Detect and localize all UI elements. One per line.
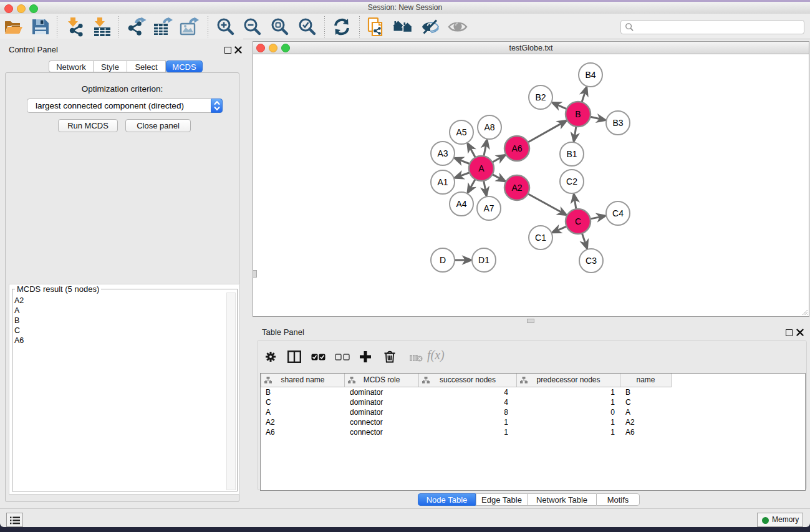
- svg-text:C3: C3: [586, 256, 597, 266]
- svg-text:C4: C4: [612, 208, 624, 218]
- svg-text:A5: A5: [456, 127, 466, 137]
- svg-text:D1: D1: [478, 255, 489, 265]
- svg-text:A4: A4: [456, 199, 466, 209]
- svg-text:A: A: [478, 163, 485, 173]
- svg-text:B: B: [575, 109, 581, 119]
- svg-text:A1: A1: [437, 177, 448, 187]
- svg-text:A2: A2: [511, 183, 522, 193]
- svg-text:D: D: [440, 255, 446, 265]
- svg-text:A8: A8: [484, 122, 494, 132]
- svg-text:A6: A6: [511, 143, 522, 153]
- svg-text:B3: B3: [612, 118, 623, 128]
- svg-text:A3: A3: [437, 148, 448, 158]
- svg-text:C2: C2: [566, 177, 577, 186]
- svg-text:B2: B2: [535, 92, 546, 102]
- svg-text:B1: B1: [566, 149, 577, 159]
- svg-text:C1: C1: [535, 233, 546, 243]
- svg-text:A7: A7: [483, 203, 494, 213]
- svg-text:B4: B4: [585, 70, 595, 80]
- svg-text:C: C: [575, 216, 581, 226]
